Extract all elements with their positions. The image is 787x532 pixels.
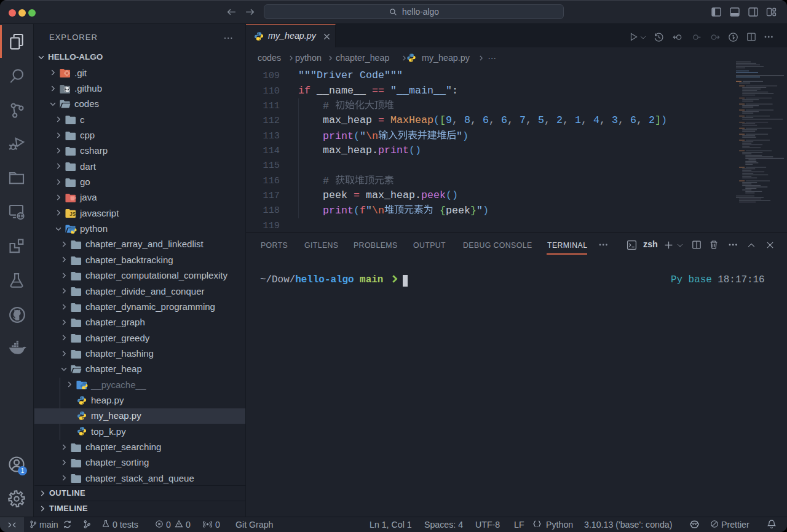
svg-text:JS: JS xyxy=(69,212,76,218)
